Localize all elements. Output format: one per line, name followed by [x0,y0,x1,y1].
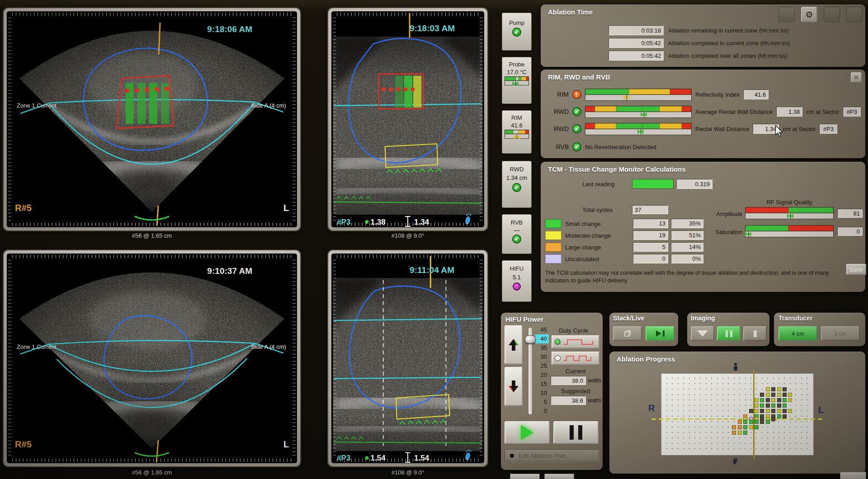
pause-icon [570,425,574,440]
ultrasound-sagittal-reference: 9:11:04 AM #P3 1.54 1.54 [328,250,487,466]
rvb-status-button[interactable]: RVB — ✔ [502,214,532,254]
pause-icon [578,425,582,440]
probe-temperature: 17.0 °C [507,69,527,75]
ablation-cell-d [783,393,787,397]
tcm-rows: Small change1335%Moderate change1951%Lar… [545,218,712,268]
rvb-row-label: RVB [548,143,569,150]
ultrasound-sagittal-live-image: 9:18:03 AM #P3 1.38 1.34 [331,11,484,227]
ruler-ticks [12,13,292,16]
suggested-label: Suggested [552,388,599,394]
stack-mode-button[interactable] [613,326,642,341]
power-scale-value: 15 [535,380,549,389]
foot-orientation-icon [732,457,739,466]
toolbar-button-3[interactable] [824,7,840,22]
change-percent: 51% [671,230,703,240]
probe-indicator-bar [505,76,529,85]
panel-title: TCM - Tissue Change Monitor Calculations [548,165,686,173]
change-percent: 0% [671,254,703,263]
rim-row-label: RIM [548,91,569,98]
reflectivity-value: 41.6 [743,89,769,99]
pump-status-button[interactable]: Pump ✔ [502,13,532,51]
ablation-cell-y [755,398,759,402]
ablation-time-rows: 0:03:18Ablation remaining in current zon… [609,25,790,61]
amplitude-value: 81 [837,209,863,218]
power-slider-knob[interactable] [525,335,536,343]
ablation-cell-y [766,393,770,397]
pause-ablation-button[interactable] [553,421,599,444]
close-icon[interactable]: ✕ [851,72,862,82]
imaging-pause-button[interactable] [717,326,741,341]
start-ablation-button[interactable] [505,421,550,444]
imaging-scan-button[interactable] [691,326,714,341]
edit-plan-label: Edit Ablation Plan [519,452,566,459]
rim-rwd-rvb-panel: RIM, RWD and RVB ✕ RIM ! Reflectivity In… [541,70,865,158]
ablation-cell-d [777,404,781,408]
ok-icon: ✔ [572,124,581,133]
power-scale-value: 5 [535,398,549,407]
ablation-cell-g [783,398,787,402]
partial-button[interactable] [510,474,540,479]
timestamp: 9:18:06 AM [207,24,252,34]
power-decrease-button[interactable] [505,367,523,406]
change-label: Small change [565,221,601,227]
ablation-map[interactable] [661,373,814,456]
time-value: 0:05:42 [609,51,664,61]
transducer-3cm-button[interactable]: 3 cm [821,326,860,341]
ablation-cell-y [771,398,775,402]
settings-gear-icon-button[interactable]: ⚙ [801,7,817,22]
rvb-value: — [514,227,520,234]
rim-status-button[interactable]: RIM 41.6 [502,110,532,154]
metric-label: Reflectivity Index [695,91,740,98]
ablation-progress-panel: Ablation Progress R L [609,352,865,474]
partial-button[interactable] [840,472,866,479]
toolbar-button-4[interactable] [846,7,863,22]
arrow-up-icon [508,338,519,352]
image-caption: #108 @ 9.0° [328,469,487,476]
duty-cycle-option-1[interactable] [552,335,599,348]
toolbar-button-1[interactable] [778,7,795,22]
arrow-down-icon [508,380,519,393]
play-icon [521,425,533,440]
edit-ablation-plan-button[interactable]: Edit Ablation Plan [505,449,599,462]
metric-label: Average Rectal Wall Distance [695,108,773,115]
partial-button[interactable] [544,474,574,479]
ablation-time-row: 0:05:42Ablation completed over all zones… [609,51,790,61]
probe-status-button[interactable]: Probe 17.0 °C [502,57,532,104]
rwd-status-button[interactable]: RWD 1.34 cm ✔ [502,161,532,208]
panel-title: Ablation Progress [617,355,675,363]
rvb-label: RVB [511,219,523,226]
ok-icon: ✔ [572,142,581,151]
hifu-status-button[interactable]: HIFU 5.1 [502,260,532,302]
ablation-cell-d [760,420,764,424]
ablation-cell-g [749,420,753,424]
ablation-cell-d [760,409,764,413]
radio-icon [509,453,515,459]
ablation-cell-g [760,404,764,408]
power-increase-button[interactable] [505,325,523,364]
image-caption: #56 @ 1.65 cm [4,232,300,239]
duty-cycle-option-2[interactable] [552,352,599,365]
ablation-cell-g [771,404,775,408]
ablation-cell-y [766,409,770,413]
ablation-cell-d [766,404,770,408]
ablation-cell-g [755,425,759,429]
time-label: Ablation remaining in current zone (hh:m… [668,27,788,34]
time-label: Ablation completed in current zone (hh:m… [668,40,790,47]
panel-title: Ablation Time [548,8,593,16]
ruler-ticks [12,223,292,226]
change-label: Uncalculated [565,256,599,263]
change-swatch [545,231,561,240]
power-scale-value: 40 [535,334,549,343]
imaging-stop-button[interactable] [743,326,767,341]
live-mode-button[interactable] [646,326,675,341]
transducer-4cm-button[interactable]: 4 cm [778,326,817,341]
mouse-cursor [774,125,783,137]
change-percent: 35% [671,219,703,228]
head-orientation-icon [732,362,739,371]
ablation-cell-y [755,404,759,408]
change-label: Large change [565,244,601,251]
save-button[interactable]: Save [846,264,866,275]
ablation-cell-y [777,409,781,413]
timestamp: 9:11:04 AM [410,265,454,275]
time-value: 0:03:18 [609,25,664,35]
